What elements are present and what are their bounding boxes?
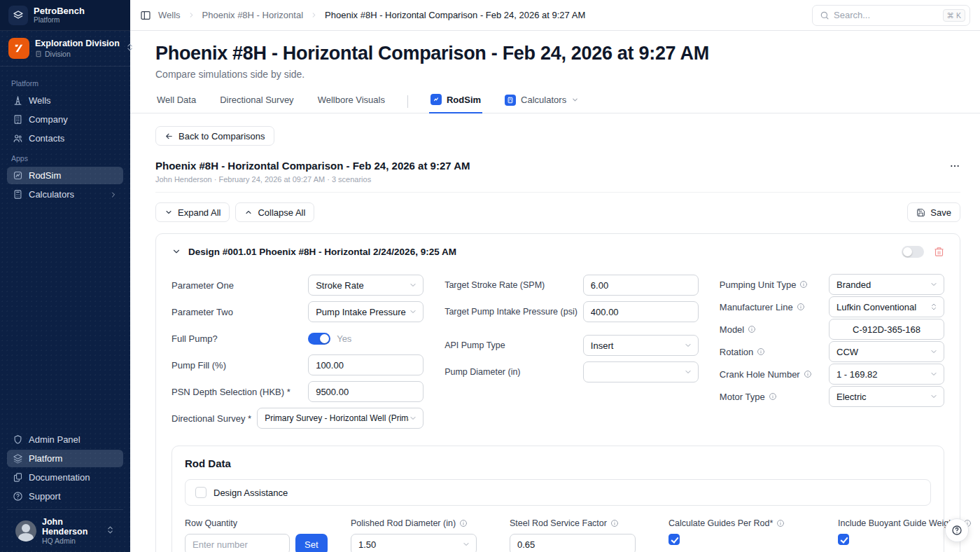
field-target-stroke-rate: Target Stroke Rate (SPM) <box>444 275 699 296</box>
breadcrumb-item[interactable]: Wells <box>158 10 181 20</box>
delete-design-button[interactable] <box>934 247 944 257</box>
field-row-quantity: Row Quantity Set <box>185 518 335 552</box>
chevron-down-icon <box>930 347 938 356</box>
design-assistance-box: Design Assistance <box>185 479 931 506</box>
sidebar: PetroBench Platform Exploration Division… <box>0 0 130 552</box>
sidebar-toggle-icon[interactable] <box>140 10 151 21</box>
chevron-right-icon <box>188 11 195 19</box>
info-icon <box>797 303 805 311</box>
select-value: Branded <box>836 280 930 290</box>
org-switcher[interactable]: Exploration Division Division <box>0 31 130 67</box>
chevron-down-icon <box>409 281 417 289</box>
topbar: Wells Phoenix #8H - Horizontal Phoenix #… <box>130 0 980 31</box>
design-card: Design #001.01 Phoenix #8H - Horizontal … <box>155 233 960 552</box>
derrick-icon <box>13 95 23 106</box>
chevron-down-icon <box>930 370 938 378</box>
crank-hole-number-select[interactable]: 1 - 169.82 <box>829 364 944 385</box>
field-label: Manufacturer Line <box>720 302 805 312</box>
nav-section-apps: Apps <box>11 154 119 163</box>
search-input[interactable] <box>834 10 939 20</box>
steel-rod-service-factor-input[interactable] <box>510 534 636 552</box>
expand-all-button[interactable]: Expand All <box>155 202 230 222</box>
tab-label: Well Data <box>157 95 196 105</box>
sidebar-item-platform[interactable]: Platform <box>7 450 123 467</box>
actions-row: Expand All Collapse All Save <box>155 202 960 222</box>
sidebar-item-company[interactable]: Company <box>7 111 123 128</box>
select-value: CCW <box>836 347 930 357</box>
brand-header[interactable]: PetroBench Platform <box>0 0 130 31</box>
main-area: Wells Phoenix #8H - Horizontal Phoenix #… <box>130 0 980 552</box>
design-assistance-checkbox[interactable] <box>195 487 206 498</box>
tab-well-data[interactable]: Well Data <box>155 90 197 112</box>
tab-calculators[interactable]: Calculators <box>503 90 580 113</box>
select-value: Pump Intake Pressure <box>316 307 409 317</box>
pump-diameter-select[interactable] <box>583 361 699 382</box>
chevron-right-icon <box>109 191 118 199</box>
help-button[interactable] <box>945 518 969 542</box>
target-pump-intake-input[interactable] <box>583 301 699 322</box>
rod-data-title: Rod Data <box>185 457 931 469</box>
parameter-two-select[interactable]: Pump Intake Pressure <box>308 301 424 322</box>
motor-type-select[interactable]: Electric <box>829 386 944 407</box>
calculator-icon <box>13 189 23 200</box>
field-label: Motor Type <box>720 392 777 402</box>
sidebar-footer: Admin Panel Platform Documentation Suppo… <box>0 425 130 552</box>
calculate-guides-checkbox[interactable] <box>668 534 680 545</box>
page-header: Phoenix #8H - Horizontal Comparison - Fe… <box>130 31 980 113</box>
sidebar-item-contacts[interactable]: Contacts <box>7 130 123 147</box>
manufacturer-line-select[interactable]: Lufkin Conventional <box>829 296 944 317</box>
tab-directional-survey[interactable]: Directional Survey <box>218 90 295 112</box>
design-toggle[interactable] <box>902 246 924 258</box>
row-quantity-input[interactable] <box>185 534 290 552</box>
more-options-button[interactable] <box>949 160 960 172</box>
sidebar-item-calculators[interactable]: Calculators <box>7 186 123 203</box>
avatar <box>15 520 36 541</box>
sidebar-item-rodsim[interactable]: RodSim <box>7 167 123 184</box>
save-button-label: Save <box>930 207 951 218</box>
include-buoyant-checkbox[interactable] <box>838 534 849 545</box>
target-stroke-rate-input[interactable] <box>583 275 699 296</box>
sidebar-item-wells[interactable]: Wells <box>7 92 123 109</box>
sidebar-item-documentation[interactable]: Documentation <box>7 469 123 486</box>
field-steel-rod-service-factor: Steel Rod Service Factor <box>510 518 653 552</box>
field-polished-rod-diameter: Polished Rod Diameter (in) 1.50 <box>351 518 494 552</box>
chevron-down-icon[interactable] <box>172 247 181 256</box>
chevron-down-icon <box>462 540 470 548</box>
sidebar-item-admin-panel[interactable]: Admin Panel <box>7 431 123 448</box>
full-pump-toggle[interactable] <box>308 333 330 345</box>
set-button[interactable]: Set <box>295 534 328 552</box>
psn-depth-input[interactable] <box>308 381 424 402</box>
pumping-unit-type-select[interactable]: Branded <box>829 274 944 295</box>
model-input[interactable] <box>829 319 944 340</box>
back-to-comparisons-button[interactable]: Back to Comparisons <box>155 126 274 146</box>
pump-fill-input[interactable] <box>308 354 424 375</box>
collapse-all-button[interactable]: Collapse All <box>235 202 314 222</box>
tab-rodsim[interactable]: RodSim <box>429 90 482 113</box>
save-button[interactable]: Save <box>907 202 960 222</box>
parameter-one-select[interactable]: Stroke Rate <box>308 275 424 296</box>
api-pump-type-select[interactable]: Insert <box>583 335 699 356</box>
rotation-select[interactable]: CCW <box>829 341 944 362</box>
search-box[interactable]: ⌘ K <box>812 5 970 26</box>
trash-icon <box>934 247 944 257</box>
breadcrumb: Wells Phoenix #8H - Horizontal Phoenix #… <box>158 10 585 20</box>
collapse-all-label: Collapse All <box>258 207 305 218</box>
chevron-down-icon <box>164 208 173 216</box>
form-column-3: Pumping Unit Type Branded Manufacturer L… <box>720 275 944 434</box>
calculator-icon <box>505 95 516 106</box>
breadcrumb-item[interactable]: Phoenix #8H - Horizontal <box>202 10 304 20</box>
divider <box>155 192 960 193</box>
sidebar-item-support[interactable]: Support <box>7 488 123 505</box>
copy-icon <box>13 472 23 483</box>
app-root: PetroBench Platform Exploration Division… <box>0 0 980 552</box>
chevron-down-icon <box>409 308 417 316</box>
directional-survey-select[interactable]: Primary Survey - Horizontal Well (Primar… <box>257 408 424 429</box>
chevron-down-icon <box>409 414 417 422</box>
polished-rod-diameter-select[interactable]: 1.50 <box>351 534 477 552</box>
user-menu[interactable]: John Henderson HQ Admin <box>7 509 123 552</box>
design-title: Design #001.01 Phoenix #8H - Horizontal … <box>188 247 456 257</box>
field-label: Target Stroke Rate (SPM) <box>444 280 545 290</box>
info-icon <box>769 392 777 401</box>
brand-name: PetroBench <box>34 6 85 16</box>
tab-wellbore-visuals[interactable]: Wellbore Visuals <box>316 90 386 112</box>
